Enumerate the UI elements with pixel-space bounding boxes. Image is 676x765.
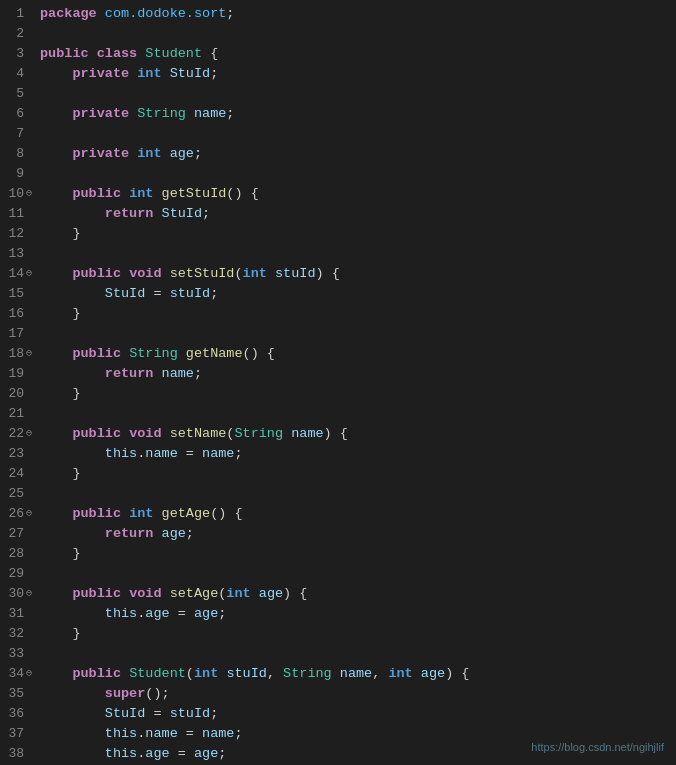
token: getStuId: [162, 186, 227, 201]
line-number: 13: [4, 244, 24, 264]
code-line: 23 this.name = name;: [0, 444, 676, 464]
token: [121, 426, 129, 441]
line-number: 19: [4, 364, 24, 384]
token: public: [72, 586, 121, 601]
fold-icon[interactable]: ⊖: [24, 664, 34, 684]
token: [162, 146, 170, 161]
token: [121, 586, 129, 601]
token: [178, 346, 186, 361]
token: age: [194, 746, 218, 761]
code-line: 9: [0, 164, 676, 184]
token: () {: [226, 186, 258, 201]
line-number: 31: [4, 604, 24, 624]
code-line: 1 package com.dodoke.sort;: [0, 4, 676, 24]
fold-icon[interactable]: ⊖: [24, 344, 34, 364]
fold-icon[interactable]: ⊖: [24, 584, 34, 604]
line-number: 32: [4, 624, 24, 644]
token: [40, 666, 72, 681]
line-number: 14: [4, 264, 24, 284]
token: (: [234, 266, 242, 281]
token: setName: [170, 426, 227, 441]
code-line: 4 private int StuId;: [0, 64, 676, 84]
token: [97, 6, 105, 21]
line-number: 22: [4, 424, 24, 444]
token: StuId: [170, 66, 211, 81]
token: [153, 506, 161, 521]
code-line: 25: [0, 484, 676, 504]
token: [121, 186, 129, 201]
line-number: 8: [4, 144, 24, 164]
code-line: 11 return StuId;: [0, 204, 676, 224]
code-line: 35 super();: [0, 684, 676, 704]
fold-icon[interactable]: ⊖: [24, 424, 34, 444]
code-line: 30⊖ public void setAge(int age) {: [0, 584, 676, 604]
fold-icon[interactable]: ⊖: [24, 184, 34, 204]
token: public: [40, 46, 89, 61]
token: =: [170, 606, 194, 621]
token: ;: [194, 366, 202, 381]
token: [40, 106, 72, 121]
code-line: 16 }: [0, 304, 676, 324]
token: getName: [186, 346, 243, 361]
token: name: [162, 366, 194, 381]
token: stuId: [275, 266, 316, 281]
token: public: [72, 186, 121, 201]
line-number: 12: [4, 224, 24, 244]
code-content: private String name;: [40, 104, 672, 124]
token: age: [170, 146, 194, 161]
token: }: [40, 626, 81, 641]
token: private: [72, 106, 129, 121]
line-number: 5: [4, 84, 24, 104]
token: ) {: [316, 266, 340, 281]
line-number: 20: [4, 384, 24, 404]
token: stuId: [226, 666, 267, 681]
token: =: [178, 726, 202, 741]
token: =: [145, 286, 169, 301]
line-number: 21: [4, 404, 24, 424]
token: int: [137, 66, 161, 81]
fold-icon[interactable]: ⊖: [24, 264, 34, 284]
line-number: 10: [4, 184, 24, 204]
line-number: 28: [4, 544, 24, 564]
token: setStuId: [170, 266, 235, 281]
token: ;: [194, 146, 202, 161]
token: package: [40, 6, 97, 21]
fold-icon[interactable]: ⊖: [24, 504, 34, 524]
token: age: [145, 606, 169, 621]
token: String: [283, 666, 332, 681]
token: stuId: [170, 286, 211, 301]
code-content: }: [40, 384, 672, 404]
token: return: [105, 526, 154, 541]
line-number: 1: [4, 4, 24, 24]
line-number: 17: [4, 324, 24, 344]
token: int: [194, 666, 218, 681]
token: super: [105, 686, 146, 701]
token: StuId: [162, 206, 203, 221]
code-content: }: [40, 464, 672, 484]
code-line: 7: [0, 124, 676, 144]
token: ) {: [283, 586, 307, 601]
code-line: 26⊖ public int getAge() {: [0, 504, 676, 524]
code-content: public String getName() {: [40, 344, 672, 364]
token: void: [129, 266, 161, 281]
token: name: [340, 666, 372, 681]
line-number: 11: [4, 204, 24, 224]
token: StuId: [105, 286, 146, 301]
line-number: 26: [4, 504, 24, 524]
token: [283, 426, 291, 441]
code-line: 21: [0, 404, 676, 424]
token: age: [194, 606, 218, 621]
token: [162, 426, 170, 441]
code-line: 34⊖ public Student(int stuId, String nam…: [0, 664, 676, 684]
code-content: public class Student {: [40, 44, 672, 64]
token: this: [105, 746, 137, 761]
token: ;: [218, 606, 226, 621]
token: ;: [234, 446, 242, 461]
token: this: [105, 446, 137, 461]
token: ) {: [324, 426, 348, 441]
line-number: 2: [4, 24, 24, 44]
line-number: 6: [4, 104, 24, 124]
code-line: 22⊖ public void setName(String name) {: [0, 424, 676, 444]
token: [40, 66, 72, 81]
code-content: private int age;: [40, 144, 672, 164]
